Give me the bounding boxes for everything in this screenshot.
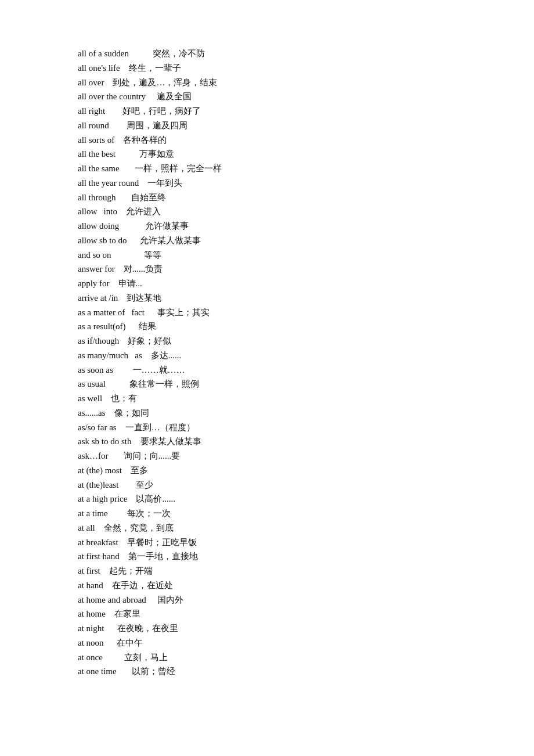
meaning: 遍及全国 [157,92,192,101]
spacing [122,466,131,475]
spacing [113,365,133,375]
spacing [118,538,127,547]
spacing [118,293,127,303]
spacing [146,92,157,101]
spacing [102,394,111,403]
list-item: at home and abroad 国内外 [78,593,456,607]
list-item: ask…for 询问；向......要 [78,449,456,463]
list-item: at night 在夜晚，在夜里 [78,621,456,636]
list-item: all through 自始至终 [78,190,456,205]
phrase: all the year round [78,178,139,188]
list-item: as usual 象往常一样，照例 [78,377,456,391]
spacing [106,408,114,417]
spacing [114,135,123,145]
spacing [118,480,136,489]
spacing [139,178,147,188]
phrase: at home and abroad [78,595,146,604]
meaning: 结果 [139,322,156,331]
meaning: 象往常一样，照例 [129,379,199,388]
meaning: 也；有 [111,394,137,403]
list-item: as well 也；有 [78,391,456,406]
phrase: and so on [78,250,111,260]
spacing [125,322,139,331]
phrase: at night [78,624,104,633]
phrase: at a high price [78,494,127,503]
list-item: as many/much as 多达...... [78,348,456,363]
spacing [104,624,117,633]
phrase: at hand [78,581,103,590]
spacing [119,221,145,231]
meaning: 到处，遍及…，浑身，结束 [113,78,217,87]
phrase: at a time [78,509,108,518]
phrase: as/so far as [78,423,117,432]
phrase: all over [78,78,104,87]
meaning: 申请... [118,279,142,288]
phrase: as a result(of) [78,322,125,331]
meaning: 每次；一次 [127,509,171,518]
list-item: at a time 每次；一次 [78,506,456,521]
meaning: 在夜晚，在夜里 [117,624,178,633]
spacing [117,207,126,216]
phrase: arrive at /in [78,293,118,303]
phrase: as soon as [78,365,113,375]
phrase: at home [78,609,106,618]
list-item: ask sb to do sth 要求某人做某事 [78,434,456,449]
meaning: 以前；曾经 [132,667,175,676]
phrase: ask sb to do sth [78,437,132,446]
spacing [116,193,131,202]
phrase: all the same [78,164,120,173]
meaning: 终生，一辈子 [129,63,181,73]
phrase: as many/much as [78,351,142,360]
spacing [132,437,140,446]
list-item: at breakfast 早餐时；正吃早饭 [78,535,456,550]
phrase: apply for [78,279,110,288]
list-item: answer for 对......负责 [78,262,456,276]
phrase: at breakfast [78,538,118,547]
list-item: and so on 等等 [78,248,456,262]
list-item: at once 立刻，马上 [78,650,456,665]
spacing [110,279,118,288]
list-item: at home 在家里 [78,607,456,621]
phrase: at (the) most [78,466,122,475]
spacing [142,351,151,360]
meaning: 周围，遍及四周 [127,121,187,130]
meaning: 对......负责 [124,264,163,273]
spacing [95,523,104,532]
list-item: as a matter of fact 事实上；其实 [78,305,456,320]
meaning: 万事如意 [139,149,174,159]
list-item: at (the) most 至多 [78,463,456,478]
list-item: at one time 以前；曾经 [78,664,456,679]
list-item: at a high price 以高价...... [78,492,456,506]
spacing [111,250,144,260]
list-item: as soon as 一……就…… [78,363,456,377]
meaning: 好吧，行吧，病好了 [122,106,201,116]
meaning: 立刻，马上 [124,653,168,662]
list-item: all right 好吧，行吧，病好了 [78,104,456,118]
meaning: 至少 [136,480,153,489]
phrase: allow doing [78,221,119,231]
spacing [105,106,122,116]
spacing [104,638,117,647]
spacing [117,667,132,676]
meaning: 国内外 [157,595,183,604]
list-item: at first 起先；开端 [78,564,456,578]
meaning: 要求某人做某事 [140,437,201,446]
phrase: all through [78,193,116,202]
spacing [119,336,128,345]
meaning: 第一手地，直接地 [128,552,198,561]
list-item: as/so far as 一直到…（程度） [78,420,456,435]
phrase: allow sb to do [78,236,127,245]
phrase: as usual [78,379,106,388]
list-item: all of a sudden 突然，冷不防 [78,46,456,61]
spacing [129,49,153,58]
meaning: 允许做某事 [145,221,189,231]
content-area: all of a sudden 突然，冷不防all one's life 终生，… [78,46,456,679]
list-item: allow doing 允许做某事 [78,219,456,233]
phrase: all sorts of [78,135,114,145]
phrase: all the best [78,149,116,159]
meaning: 突然，冷不防 [153,49,205,58]
meaning: 好象；好似 [128,336,171,345]
list-item: all the year round 一年到头 [78,176,456,190]
meaning: 以高价...... [136,494,175,503]
spacing [106,379,129,388]
